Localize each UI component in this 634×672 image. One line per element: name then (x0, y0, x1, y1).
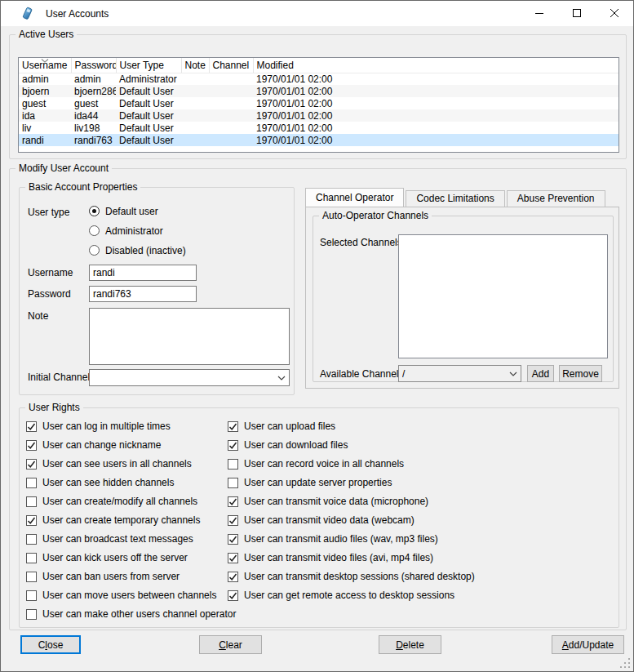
sort-indicator-icon (41, 59, 49, 63)
radio-icon (89, 245, 100, 256)
password-input[interactable] (89, 286, 197, 302)
checkbox-user-can-transmit-audio-files-wav-mp3-files[interactable]: User can transmit audio files (wav, mp3 … (228, 532, 475, 545)
checkbox-user-can-broadcast-text-messages[interactable]: User can broadcast text messages (26, 532, 236, 545)
add-channel-button[interactable]: Add (527, 365, 554, 382)
checkbox-user-can-get-remote-access-to-desktop-sessions[interactable]: User can get remote access to desktop se… (228, 589, 475, 602)
add-update-button[interactable]: Add/Update (552, 635, 624, 654)
radio-administrator[interactable]: Administrator (89, 224, 163, 238)
table-header-row[interactable]: Username Password User Type Note Channel… (19, 58, 618, 73)
checkbox-user-can-create-modify-all-channels[interactable]: User can create/modify all channels (26, 495, 236, 508)
note-label: Note (28, 310, 48, 322)
col-header-username[interactable]: Username (19, 58, 71, 73)
selected-channels-listbox[interactable] (398, 234, 608, 358)
checkbox-icon (228, 590, 238, 601)
user-rights-right-column: User can upload filesUser can download f… (228, 420, 475, 607)
username-label: Username (28, 267, 73, 278)
checkbox-label: User can see hidden channels (42, 477, 174, 488)
checkbox-icon (228, 496, 238, 507)
cell-channel (209, 73, 253, 85)
checkbox-user-can-record-voice-in-all-channels[interactable]: User can record voice in all channels (228, 457, 475, 470)
clear-button[interactable]: Clear (199, 635, 262, 654)
table-row[interactable]: livliv198Default User1970/01/01 02:00 (19, 122, 618, 134)
checkbox-icon (228, 515, 238, 526)
table-row[interactable]: guestguestDefault User1970/01/01 02:00 (19, 97, 618, 109)
checkbox-label: User can upload files (244, 421, 335, 432)
checkbox-user-can-create-temporary-channels[interactable]: User can create temporary channels (26, 514, 236, 527)
close-button[interactable]: Close (20, 635, 81, 654)
table-row[interactable]: idaida44Default User1970/01/01 02:00 (19, 109, 618, 122)
checkmark-icon (228, 422, 237, 431)
checkbox-icon (26, 496, 37, 507)
cell-modified: 1970/01/01 02:00 (253, 122, 618, 134)
tab-codec-limitations[interactable]: Codec Limitations (406, 190, 504, 207)
checkbox-user-can-transmit-video-data-webcam[interactable]: User can transmit video data (webcam) (228, 514, 475, 527)
checkbox-user-can-log-in-multiple-times[interactable]: User can log in multiple times (26, 420, 236, 433)
tab-abuse-prevention[interactable]: Abuse Prevention (507, 190, 605, 207)
available-channels-combobox[interactable]: / (398, 365, 521, 382)
cell-username: admin (19, 73, 71, 85)
checkmark-icon (27, 460, 36, 469)
col-header-channel[interactable]: Channel (209, 58, 253, 73)
checkbox-label: User can move users between channels (42, 590, 216, 601)
col-header-password[interactable]: Password (71, 58, 116, 73)
radio-default-user[interactable]: Default user (89, 204, 158, 218)
checkmark-icon (228, 591, 237, 600)
checkbox-icon (228, 553, 238, 563)
tab-channel-operator[interactable]: Channel Operator (305, 188, 404, 207)
table-row[interactable]: randirandi763Default User1970/01/01 02:0… (19, 134, 618, 146)
checkbox-icon (26, 440, 37, 451)
chevron-down-icon (277, 376, 286, 381)
col-header-modified[interactable]: Modified (253, 58, 618, 73)
cell-note (181, 85, 209, 97)
checkbox-label: User can transmit video data (webcam) (244, 514, 415, 526)
cell-username: bjoern (19, 85, 71, 97)
table-row[interactable]: bjoernbjoern286Default User1970/01/01 02… (19, 85, 618, 97)
window-title: User Accounts (46, 8, 109, 20)
maximize-button[interactable] (558, 1, 596, 26)
app-icon (20, 7, 34, 20)
minimize-button[interactable] (521, 1, 558, 26)
cell-channel (209, 97, 253, 109)
remove-channel-button[interactable]: Remove (559, 365, 602, 382)
checkbox-user-can-ban-users-from-server[interactable]: User can ban users from server (26, 570, 236, 583)
checkbox-user-can-transmit-desktop-sessions-shared-desktop[interactable]: User can transmit desktop sessions (shar… (228, 570, 475, 583)
checkbox-user-can-make-other-users-channel-operator[interactable]: User can make other users channel operat… (26, 607, 236, 621)
checkbox-user-can-update-server-properties[interactable]: User can update server properties (228, 476, 475, 489)
note-textarea[interactable] (89, 308, 290, 365)
radio-label: Administrator (105, 225, 163, 237)
checkbox-user-can-kick-users-off-the-server[interactable]: User can kick users off the server (26, 551, 236, 564)
cell-modified: 1970/01/01 02:00 (253, 109, 618, 122)
checkbox-user-can-download-files[interactable]: User can download files (228, 438, 475, 452)
resize-grip[interactable] (620, 658, 631, 669)
checkmark-icon (27, 441, 36, 450)
checkbox-user-can-change-nickname[interactable]: User can change nickname (26, 438, 236, 452)
checkbox-label: User can create temporary channels (42, 514, 200, 526)
active-users-legend: Active Users (16, 29, 77, 40)
table-row[interactable]: adminadminAdministrator1970/01/01 02:00 (19, 73, 618, 85)
checkbox-user-can-transmit-video-files-avi-mp4-files[interactable]: User can transmit video files (avi, mp4 … (228, 551, 475, 564)
checkbox-label: User can kick users off the server (42, 552, 188, 563)
titlebar[interactable]: User Accounts (1, 1, 633, 26)
checkbox-label: User can change nickname (42, 439, 161, 451)
initial-channel-combobox[interactable] (89, 369, 290, 386)
checkbox-label: User can transmit voice data (microphone… (244, 496, 428, 507)
user-type-label: User type (28, 207, 69, 218)
col-header-usertype[interactable]: User Type (116, 58, 181, 73)
cell-note (181, 73, 209, 85)
checkbox-icon (228, 421, 238, 432)
checkbox-user-can-see-users-in-all-channels[interactable]: User can see users in all channels (26, 457, 236, 470)
radio-disabled-inactive[interactable]: Disabled (inactive) (89, 243, 186, 257)
checkbox-user-can-transmit-voice-data-microphone[interactable]: User can transmit voice data (microphone… (228, 495, 475, 508)
username-input[interactable] (89, 265, 197, 281)
checkbox-user-can-upload-files[interactable]: User can upload files (228, 420, 475, 433)
delete-button[interactable]: Delete (379, 635, 441, 654)
checkbox-user-can-move-users-between-channels[interactable]: User can move users between channels (26, 589, 236, 602)
cell-note (181, 134, 209, 146)
users-table[interactable]: Username Password User Type Note Channel… (18, 57, 619, 153)
checkbox-user-can-see-hidden-channels[interactable]: User can see hidden channels (26, 476, 236, 489)
checkbox-icon (26, 478, 37, 488)
cell-username: randi (19, 134, 71, 146)
col-header-note[interactable]: Note (181, 58, 209, 73)
close-window-button[interactable] (596, 1, 633, 26)
checkbox-icon (26, 553, 37, 563)
